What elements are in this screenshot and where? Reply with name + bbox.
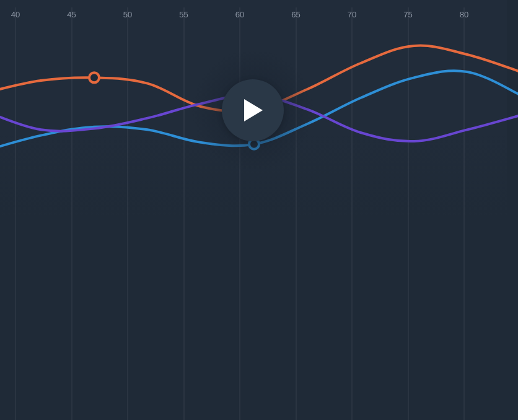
x-tick-label: 50 — [123, 10, 132, 19]
gridline — [296, 7, 297, 420]
x-tick-label: 55 — [179, 10, 188, 19]
gridline — [15, 7, 16, 420]
x-tick-label: 40 — [11, 10, 20, 19]
x-tick-label: 70 — [348, 10, 356, 19]
gridline — [351, 7, 353, 420]
gridline — [71, 7, 72, 420]
gridline — [239, 7, 240, 420]
gridline — [463, 7, 465, 420]
x-tick-label: 75 — [403, 10, 412, 19]
x-tick-label: 60 — [235, 10, 244, 19]
gridline — [127, 7, 128, 420]
x-tick-label: 45 — [67, 10, 76, 19]
x-tick-label: 80 — [460, 10, 468, 19]
play-icon — [242, 98, 264, 123]
x-tick-label: 65 — [291, 10, 300, 19]
play-button[interactable]: Play — [222, 79, 284, 141]
chart-stage: 404550556065707580 Play — [0, 0, 518, 420]
gridline — [408, 7, 409, 420]
gridline — [183, 7, 185, 420]
